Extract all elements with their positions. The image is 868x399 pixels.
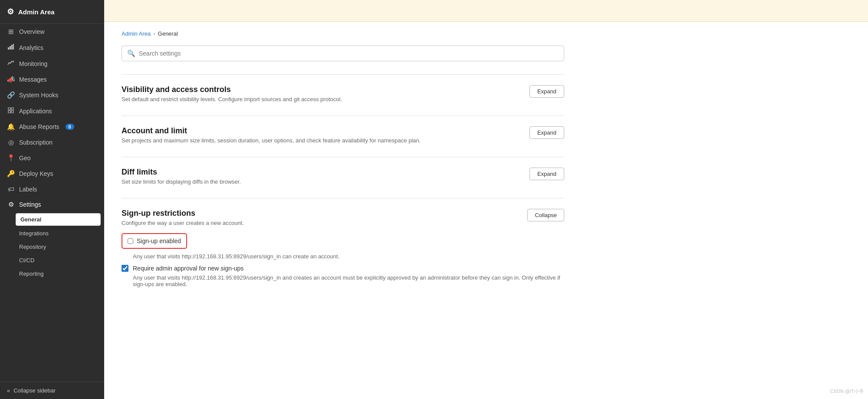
sidebar-sub-label-reporting: Reporting: [19, 270, 43, 277]
sidebar-sub-label-cicd: CI/CD: [19, 257, 34, 264]
sidebar-sub-label-general: General: [20, 216, 41, 223]
section-account-title-block: Account and limit Set projects and maxim…: [122, 126, 421, 144]
section-visibility: Visibility and access controls Set defau…: [122, 74, 564, 115]
monitoring-icon: [7, 59, 15, 68]
svg-rect-0: [8, 47, 9, 49]
section-diff-title: Diff limits: [122, 168, 241, 177]
analytics-icon: [7, 43, 15, 52]
section-account-header: Account and limit Set projects and maxim…: [122, 126, 564, 144]
section-signup-title-block: Sign-up restrictions Configure the way a…: [122, 209, 244, 226]
settings-icon: ⚙: [7, 201, 15, 208]
sidebar-label-overview: Overview: [19, 28, 44, 35]
sidebar-label-deploy-keys: Deploy Keys: [19, 170, 53, 177]
section-account: Account and limit Set projects and maxim…: [122, 115, 564, 157]
abuse-reports-badge: 0: [66, 124, 74, 130]
main-content: Admin Area › General 🔍 Visibility and ac…: [104, 0, 868, 399]
sidebar-label-monitoring: Monitoring: [19, 60, 47, 67]
sidebar-item-abuse-reports[interactable]: 🔔 Abuse Reports 0: [0, 119, 104, 135]
applications-icon: [7, 107, 15, 115]
collapse-label: Collapse sidebar: [13, 387, 56, 394]
breadcrumb: Admin Area › General: [122, 30, 564, 37]
sidebar-sub-item-general[interactable]: General: [16, 213, 101, 226]
sidebar-item-analytics[interactable]: Analytics: [0, 40, 104, 56]
expand-account-button[interactable]: Expand: [529, 126, 564, 139]
admin-area-icon: ⚙: [7, 7, 14, 16]
search-icon: 🔍: [127, 49, 135, 57]
signup-enabled-row: Sign-up enabled: [122, 233, 564, 251]
overview-icon: ⊞: [7, 28, 15, 36]
collapse-sidebar-button[interactable]: « Collapse sidebar: [0, 382, 104, 399]
admin-approval-desc: Any user that visits http://192.168.31.9…: [133, 274, 564, 287]
section-diff-desc: Set size limits for displaying diffs in …: [122, 178, 241, 185]
admin-approval-label[interactable]: Require admin approval for new sign-ups: [133, 265, 243, 272]
sidebar-sub-item-cicd[interactable]: CI/CD: [0, 254, 104, 267]
deploy-keys-icon: 🔑: [7, 170, 15, 178]
top-bar: [104, 0, 868, 22]
sidebar-item-monitoring[interactable]: Monitoring: [0, 56, 104, 72]
sidebar-header: ⚙ Admin Area: [0, 0, 104, 24]
svg-rect-1: [10, 46, 11, 49]
expand-visibility-button[interactable]: Expand: [529, 85, 564, 98]
geo-icon: 📍: [7, 154, 15, 162]
sidebar-label-abuse-reports: Abuse Reports: [19, 123, 59, 130]
sidebar-label-analytics: Analytics: [19, 44, 43, 51]
section-visibility-title: Visibility and access controls: [122, 85, 342, 94]
abuse-reports-icon: 🔔: [7, 123, 15, 131]
sidebar-label-labels: Labels: [19, 186, 37, 193]
breadcrumb-parent-link[interactable]: Admin Area: [122, 30, 151, 37]
collapse-icon: «: [7, 387, 10, 394]
signup-enabled-checkbox[interactable]: [128, 238, 133, 244]
sidebar-item-deploy-keys[interactable]: 🔑 Deploy Keys: [0, 166, 104, 181]
signup-content: Sign-up enabled Any user that visits htt…: [122, 233, 564, 287]
section-diff-title-block: Diff limits Set size limits for displayi…: [122, 168, 241, 185]
section-signup-desc: Configure the way a user creates a new a…: [122, 220, 244, 226]
sidebar-label-settings: Settings: [19, 201, 41, 208]
sidebar: ⚙ Admin Area ⊞ Overview Analytics Monito…: [0, 0, 104, 399]
sidebar-item-messages[interactable]: 📣 Messages: [0, 72, 104, 87]
breadcrumb-separator: ›: [153, 30, 155, 37]
section-account-desc: Set projects and maximum size limits, se…: [122, 137, 421, 144]
signup-enabled-highlight: Sign-up enabled: [122, 233, 187, 249]
breadcrumb-current: General: [158, 30, 178, 37]
admin-approval-row: Require admin approval for new sign-ups: [122, 265, 564, 272]
labels-icon: 🏷: [7, 185, 15, 193]
sidebar-sub-item-repository[interactable]: Repository: [0, 240, 104, 254]
sidebar-item-overview[interactable]: ⊞ Overview: [0, 24, 104, 40]
system-hooks-icon: 🔗: [7, 91, 15, 99]
signup-enabled-label[interactable]: Sign-up enabled: [137, 237, 181, 244]
sidebar-label-messages: Messages: [19, 76, 47, 83]
messages-icon: 📣: [7, 76, 15, 83]
sidebar-label-subscription: Subscription: [19, 139, 53, 146]
content-area: Admin Area › General 🔍 Visibility and ac…: [104, 22, 582, 312]
sidebar-sub-label-repository: Repository: [19, 244, 46, 250]
sidebar-item-settings[interactable]: ⚙ Settings: [0, 197, 104, 212]
signup-enabled-desc: Any user that visits http://192.168.31.9…: [133, 253, 564, 260]
collapse-signup-button[interactable]: Collapse: [527, 209, 564, 221]
expand-diff-button[interactable]: Expand: [529, 168, 564, 180]
svg-rect-3: [13, 44, 14, 49]
watermark: CSDN @IT小寻: [830, 388, 864, 395]
section-signup: Sign-up restrictions Configure the way a…: [122, 198, 564, 303]
search-input[interactable]: [139, 50, 559, 57]
sidebar-sub-label-integrations: Integrations: [19, 230, 49, 237]
sidebar-label-geo: Geo: [19, 155, 30, 162]
sidebar-sub-item-integrations[interactable]: Integrations: [0, 227, 104, 240]
sidebar-item-geo[interactable]: 📍 Geo: [0, 150, 104, 166]
search-bar: 🔍: [122, 46, 564, 61]
sidebar-item-subscription[interactable]: ◎ Subscription: [0, 135, 104, 150]
sidebar-title: Admin Area: [18, 8, 55, 16]
section-visibility-header: Visibility and access controls Set defau…: [122, 85, 564, 102]
sidebar-label-system-hooks: System Hooks: [19, 92, 58, 99]
sidebar-nav: ⊞ Overview Analytics Monitoring 📣 Messag…: [0, 24, 104, 382]
subscription-icon: ◎: [7, 138, 15, 146]
sidebar-sub-item-reporting[interactable]: Reporting: [0, 267, 104, 280]
section-signup-header: Sign-up restrictions Configure the way a…: [122, 209, 564, 226]
section-diff: Diff limits Set size limits for displayi…: [122, 157, 564, 198]
sidebar-label-applications: Applications: [19, 108, 52, 115]
section-account-title: Account and limit: [122, 126, 421, 135]
admin-approval-checkbox[interactable]: [122, 265, 128, 272]
sidebar-item-system-hooks[interactable]: 🔗 System Hooks: [0, 87, 104, 103]
sidebar-item-applications[interactable]: Applications: [0, 103, 104, 119]
section-visibility-desc: Set default and restrict visibility leve…: [122, 96, 342, 102]
sidebar-item-labels[interactable]: 🏷 Labels: [0, 181, 104, 197]
